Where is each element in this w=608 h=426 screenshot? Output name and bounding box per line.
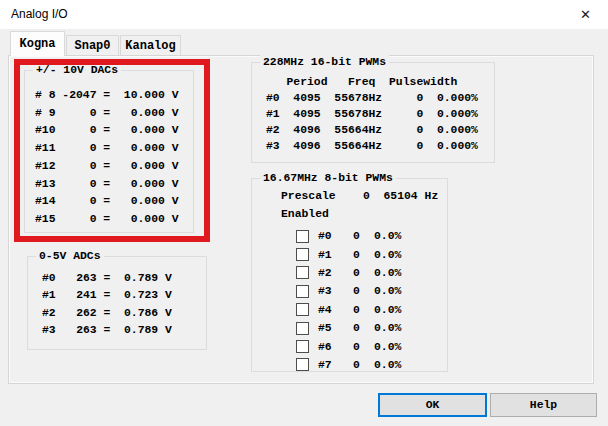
channel-value: 0 [353, 341, 374, 353]
channel-percent: 0.0% [374, 304, 401, 316]
channel-value: 0 [353, 304, 374, 316]
tab-label: Kanalog [125, 39, 175, 53]
adc-row: #2 262 = 0.786 V [42, 305, 172, 322]
channel-label: #4 [318, 304, 353, 316]
pwm8-group-title: 16.67MHz 8-bit PWMs [260, 171, 396, 185]
tab-label: Kogna [19, 37, 55, 51]
pwm16-row: #2 4096 55664Hz 0 0.000% [266, 122, 478, 138]
dac-row: #13 0 = 0.000 V [35, 176, 179, 194]
pwm8-channel-row: #7 0 0.0% [296, 356, 401, 374]
channel-percent: 0.0% [374, 249, 401, 261]
dac-row: #12 0 = 0.000 V [35, 158, 179, 176]
pwm16-group-title: 228MHz 16-bit PWMs [260, 55, 389, 69]
pwm8-channel-row: #6 0 0.0% [296, 337, 401, 355]
ok-button-label: OK [426, 399, 440, 411]
dac-row: # 8 -2047 = 10.000 V [35, 87, 179, 105]
dac-row: #11 0 = 0.000 V [35, 140, 179, 158]
channel-label: #7 [318, 359, 353, 371]
channel-value: 0 [353, 230, 374, 242]
channel-percent: 0.0% [374, 230, 401, 242]
pwm8-channel-row: #3 0 0.0% [296, 282, 401, 300]
adc-readouts: #0 263 = 0.789 V#1 241 = 0.723 V#2 262 =… [42, 270, 172, 340]
titlebar: Analog I/O ✕ [0, 0, 608, 29]
pwm8-channel-row: #2 0 0.0% [296, 264, 401, 282]
pwm16-group: 228MHz 16-bit PWMs Period Freq Pulsewidt… [251, 62, 495, 163]
pwm8-channel-list: #0 0 0.0% #1 0 0.0% #2 0 0.0% #3 0 0.0% [296, 227, 401, 374]
channel-value: 0 [353, 249, 374, 261]
channel-label: #0 [318, 230, 353, 242]
channel-value: 0 [353, 359, 374, 371]
window-title: Analog I/O [11, 7, 68, 21]
dac-row: #14 0 = 0.000 V [35, 193, 179, 211]
dac-group-title: +/- 10V DACs [33, 63, 121, 77]
pwm-enable-checkbox[interactable] [296, 248, 309, 261]
channel-value: 0 [353, 285, 374, 297]
pwm-enable-checkbox[interactable] [296, 322, 309, 335]
adc-group-title: 0-5V ADCs [36, 249, 104, 263]
dac-row: #10 0 = 0.000 V [35, 122, 179, 140]
channel-percent: 0.0% [374, 322, 401, 334]
pwm8-group: 16.67MHz 8-bit PWMs Prescale 0 65104 Hz … [251, 178, 448, 372]
pwm8-prescale-line: Prescale 0 65104 Hz [281, 190, 438, 202]
dac-row: # 9 0 = 0.000 V [35, 105, 179, 123]
tab-label: Snap0 [74, 39, 110, 53]
channel-percent: 0.0% [374, 359, 401, 371]
pwm8-channel-row: #4 0 0.0% [296, 301, 401, 319]
tab-kogna[interactable]: Kogna [10, 31, 65, 56]
pwm8-channel-row: #1 0 0.0% [296, 245, 401, 263]
pwm8-channel-row: #5 0 0.0% [296, 319, 401, 337]
analog-io-dialog: Analog I/O ✕ Kogna Snap0 Kanalog +/- 10V… [0, 0, 608, 426]
channel-value: 0 [353, 267, 374, 279]
adc-row: #0 263 = 0.789 V [42, 270, 172, 287]
adc-row: #1 241 = 0.723 V [42, 287, 172, 304]
pwm16-header: Period Freq Pulsewidth [266, 74, 478, 90]
dac-readouts: # 8 -2047 = 10.000 V# 9 0 = 0.000 V#10 0… [35, 87, 179, 229]
channel-percent: 0.0% [374, 285, 401, 297]
pwm-enable-checkbox[interactable] [296, 303, 309, 316]
tab-snap0[interactable]: Snap0 [66, 35, 119, 56]
pwm-enable-checkbox[interactable] [296, 266, 309, 279]
ok-button[interactable]: OK [378, 393, 487, 417]
channel-label: #3 [318, 285, 353, 297]
pwm-enable-checkbox[interactable] [296, 340, 309, 353]
channel-label: #6 [318, 341, 353, 353]
channel-value: 0 [353, 322, 374, 334]
adc-row: #3 263 = 0.789 V [42, 322, 172, 339]
pwm16-row: #3 4096 55664Hz 0 0.000% [266, 138, 478, 154]
channel-percent: 0.0% [374, 267, 401, 279]
tab-kanalog[interactable]: Kanalog [120, 35, 181, 56]
channel-label: #2 [318, 267, 353, 279]
pwm8-channel-row: #0 0 0.0% [296, 227, 401, 245]
pwm16-row: #0 4095 55678Hz 0 0.000% [266, 90, 478, 106]
pwm-enable-checkbox[interactable] [296, 285, 309, 298]
dac-group: +/- 10V DACs # 8 -2047 = 10.000 V# 9 0 =… [24, 70, 194, 233]
close-icon: ✕ [580, 8, 591, 21]
dac-row: #15 0 = 0.000 V [35, 211, 179, 229]
help-button[interactable]: Help [490, 393, 597, 417]
pwm16-readouts: Period Freq Pulsewidth#0 4095 55678Hz 0 … [266, 74, 478, 154]
close-button[interactable]: ✕ [563, 0, 608, 29]
adc-group: 0-5V ADCs #0 263 = 0.789 V#1 241 = 0.723… [27, 256, 207, 350]
pwm-enable-checkbox[interactable] [296, 358, 309, 371]
channel-label: #5 [318, 322, 353, 334]
channel-percent: 0.0% [374, 341, 401, 353]
pwm-enable-checkbox[interactable] [296, 230, 309, 243]
help-button-label: Help [530, 399, 557, 411]
pwm16-row: #1 4095 55678Hz 0 0.000% [266, 106, 478, 122]
channel-label: #1 [318, 249, 353, 261]
pwm8-enabled-label: Enabled [281, 208, 329, 220]
